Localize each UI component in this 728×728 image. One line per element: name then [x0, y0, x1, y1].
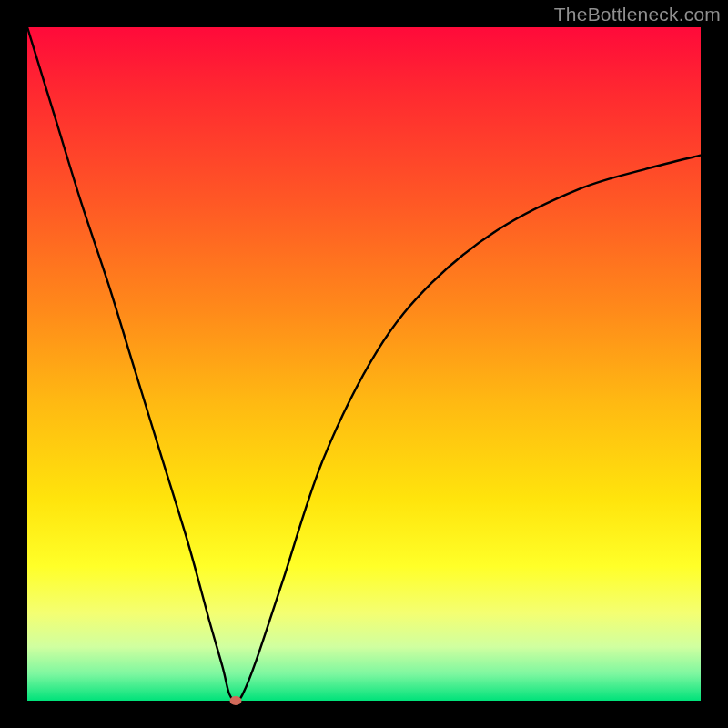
plot-area [27, 27, 701, 701]
curve-path [27, 27, 701, 701]
minimum-marker [230, 696, 242, 705]
chart-stage: TheBottleneck.com [0, 0, 728, 728]
curve-svg [27, 27, 701, 701]
watermark-text: TheBottleneck.com [554, 4, 721, 25]
